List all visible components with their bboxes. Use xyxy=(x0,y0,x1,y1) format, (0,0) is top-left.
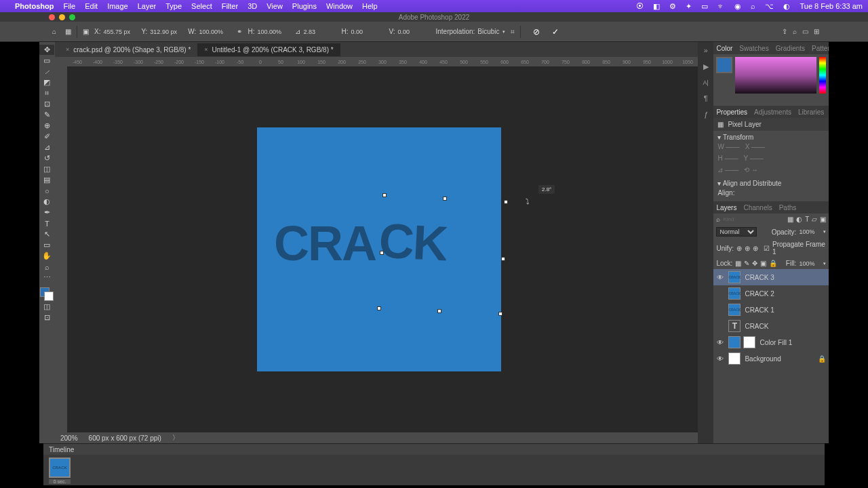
tab-channels[interactable]: Channels xyxy=(743,204,772,211)
layer-name[interactable]: CRACK xyxy=(745,323,768,330)
marquee-tool[interactable]: ▭ xyxy=(39,56,54,66)
layer-name[interactable]: CRACK 1 xyxy=(745,306,774,314)
layer-row[interactable]: 👁CRACKCRACK 3 xyxy=(713,269,829,285)
status-icon[interactable]: ⚙ xyxy=(669,2,676,11)
lock-icon[interactable]: ✥ xyxy=(752,260,757,267)
layer-name[interactable]: Color Fill 1 xyxy=(760,339,792,346)
cancel-transform-button[interactable]: ⊘ xyxy=(533,27,540,37)
eraser-tool[interactable]: ◫ xyxy=(39,164,54,174)
crop-tool[interactable]: ⌗ xyxy=(39,88,54,98)
visibility-toggle[interactable]: 👁 xyxy=(716,274,724,281)
filter-smart-icon[interactable]: ▣ xyxy=(820,216,826,223)
vskew-field[interactable] xyxy=(397,28,430,35)
opacity-field[interactable] xyxy=(799,228,821,235)
interp-select[interactable]: Bicubic xyxy=(477,28,499,35)
x-field[interactable] xyxy=(103,28,136,35)
history-brush-tool[interactable]: ↺ xyxy=(39,153,54,163)
transform-section-label[interactable]: ▾ Transform xyxy=(717,134,825,141)
transform-handle[interactable] xyxy=(437,309,441,313)
visibility-toggle[interactable]: 👁 xyxy=(716,339,724,346)
type-tool[interactable]: T xyxy=(39,218,54,228)
layer-row[interactable]: 👁Color Fill 1 xyxy=(713,334,829,350)
unify-icon[interactable]: ⊕ xyxy=(736,245,742,252)
layer-thumbnail[interactable]: CRACK xyxy=(728,271,741,283)
transform-handle[interactable] xyxy=(443,197,447,201)
layer-thumbnail[interactable]: CRACK xyxy=(728,304,741,316)
anchor-icon[interactable]: ▣ xyxy=(83,28,89,35)
lasso-tool[interactable]: ⟋ xyxy=(39,66,54,77)
layer-name[interactable]: CRACK 3 xyxy=(745,274,774,281)
home-icon[interactable]: ⌂ xyxy=(49,26,60,37)
menubar-clock[interactable]: Tue 8 Feb 6:33 am xyxy=(800,2,863,10)
foreground-color-swatch[interactable] xyxy=(716,57,732,73)
lock-all-icon[interactable]: 🔒 xyxy=(769,260,777,267)
filter-adj-icon[interactable]: ◐ xyxy=(796,216,802,223)
close-window-button[interactable] xyxy=(49,14,55,20)
move-tool[interactable]: ✥ xyxy=(39,45,54,55)
zoom-tool[interactable]: ⌕ xyxy=(39,262,54,272)
layer-name[interactable]: Background xyxy=(745,355,781,363)
pen-tool[interactable]: ✒ xyxy=(39,207,54,218)
quickmask-tool[interactable]: ◫ xyxy=(39,302,54,312)
tab-paths[interactable]: Paths xyxy=(779,204,797,211)
status-icon[interactable]: ◧ xyxy=(653,2,660,11)
status-icon[interactable]: ✦ xyxy=(686,2,692,11)
minimize-window-button[interactable] xyxy=(59,14,65,20)
unify-icon[interactable]: ⊕ xyxy=(753,245,758,252)
hue-slider[interactable] xyxy=(819,57,826,94)
frame-tool[interactable]: ⊡ xyxy=(39,99,54,109)
transform-handle[interactable] xyxy=(504,200,508,204)
menu-image[interactable]: Image xyxy=(107,2,128,10)
tab-adjustments[interactable]: Adjustments xyxy=(754,108,791,116)
doc-info[interactable]: 600 px x 600 px (72 ppi) xyxy=(89,434,161,442)
search-icon[interactable]: ⌕ xyxy=(793,28,797,35)
layer-thumbnail[interactable]: CRACK xyxy=(728,287,741,300)
workspace-icon[interactable]: ▭ xyxy=(802,28,808,35)
transform-handle[interactable] xyxy=(380,251,384,255)
layer-row[interactable]: TCRACK xyxy=(713,318,829,334)
lock-icon[interactable]: ▦ xyxy=(735,260,741,267)
panel-icon[interactable]: ▶ xyxy=(703,62,709,71)
brush-tool[interactable]: ✐ xyxy=(39,131,54,142)
color-picker-field[interactable] xyxy=(735,57,816,94)
menu-app[interactable]: Photoshop xyxy=(15,2,54,10)
layer-thumbnail[interactable]: T xyxy=(728,320,741,332)
transform-handle[interactable] xyxy=(382,193,387,197)
unify-icon[interactable]: ⊕ xyxy=(745,245,750,252)
menu-edit[interactable]: Edit xyxy=(85,2,98,10)
menu-3d[interactable]: 3D xyxy=(248,2,257,10)
status-icon[interactable]: ▭ xyxy=(701,2,708,11)
layer-row[interactable]: CRACKCRACK 1 xyxy=(713,302,829,318)
layer-row[interactable]: CRACKCRACK 2 xyxy=(713,285,829,302)
hskew-field[interactable] xyxy=(351,28,383,35)
tab-properties[interactable]: Properties xyxy=(716,108,747,116)
menu-view[interactable]: View xyxy=(267,2,283,10)
h-field[interactable] xyxy=(257,28,290,35)
angle-field[interactable] xyxy=(303,28,336,35)
link-icon[interactable]: ⚭ xyxy=(237,28,242,35)
filter-type-icon[interactable]: T xyxy=(805,216,809,223)
zoom-level[interactable]: 200% xyxy=(60,434,78,442)
eyedropper-tool[interactable]: ✎ xyxy=(39,110,54,120)
layer-filter-icon[interactable]: ⌕ xyxy=(716,216,720,223)
layer-row[interactable]: 👁Background🔒 xyxy=(713,350,829,367)
search-icon[interactable]: ⌕ xyxy=(751,2,755,10)
align-section-label[interactable]: ▾ Align and Distribute xyxy=(717,180,825,187)
warp-icon[interactable]: ⌗ xyxy=(511,28,515,36)
panel-icon[interactable]: ¶ xyxy=(704,94,708,102)
dodge-tool[interactable]: ◐ xyxy=(39,197,54,207)
filter-shape-icon[interactable]: ▱ xyxy=(812,216,817,223)
y-field[interactable] xyxy=(150,28,182,35)
siri-icon[interactable]: ◐ xyxy=(783,2,790,11)
stamp-tool[interactable]: ⊿ xyxy=(39,142,54,152)
commit-transform-button[interactable]: ✓ xyxy=(552,27,559,37)
filter-pixel-icon[interactable]: ▦ xyxy=(787,216,793,223)
menu-filter[interactable]: Filter xyxy=(222,2,238,10)
menu-type[interactable]: Type xyxy=(165,2,182,10)
frame-duration[interactable]: 0 sec. xyxy=(49,479,71,484)
menu-window[interactable]: Window xyxy=(326,2,353,10)
doc-tab-1[interactable]: ×crack.psd @ 200% (Shape 3, RGB/8) * xyxy=(59,43,197,56)
fill-field[interactable] xyxy=(799,260,821,267)
control-center-icon[interactable]: ⌥ xyxy=(765,2,774,11)
tab-gradients[interactable]: Gradients xyxy=(776,45,805,52)
